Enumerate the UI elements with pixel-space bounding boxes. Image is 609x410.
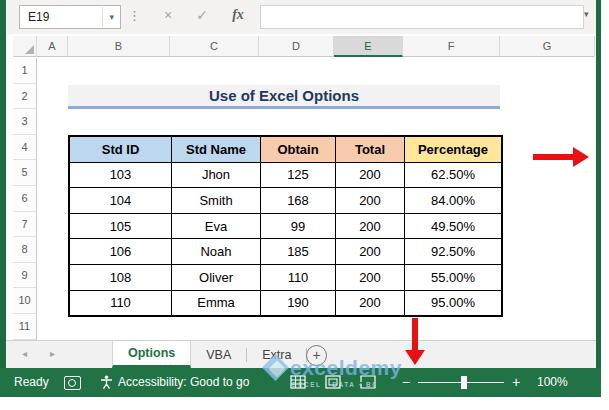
row-header-4[interactable]: 4 <box>13 135 37 161</box>
row-header-10[interactable]: 10 <box>13 288 37 314</box>
zoom-slider-handle[interactable] <box>461 376 467 389</box>
table-cell[interactable]: 106 <box>70 239 171 264</box>
table-cell[interactable]: 185 <box>261 239 335 264</box>
sheet-tabs: Options VBA Extra <box>112 341 307 368</box>
status-bar: Ready Accessibility: Good to go − + 100% <box>0 368 601 397</box>
formula-bar-options-icon[interactable]: ⋮ <box>128 8 141 23</box>
window-edge-right <box>596 0 601 397</box>
page-break-view-icon[interactable] <box>360 375 376 389</box>
name-box[interactable]: E19 ▾ <box>19 5 121 29</box>
normal-view-icon[interactable] <box>290 375 306 389</box>
table-cell[interactable]: 200 <box>336 265 404 290</box>
zoom-level-label[interactable]: 100% <box>537 375 568 389</box>
table-cell[interactable]: 168 <box>261 188 335 213</box>
select-all-button[interactable] <box>13 36 37 57</box>
table-cell[interactable]: 200 <box>336 214 404 239</box>
sheet-tab-options[interactable]: Options <box>112 341 191 368</box>
row-header-8[interactable]: 8 <box>13 237 37 263</box>
enter-icon[interactable]: ✓ <box>192 7 212 23</box>
worksheet-title-cell[interactable]: Use of Excel Options <box>68 85 500 109</box>
cancel-icon[interactable]: × <box>158 7 178 23</box>
table-cell[interactable]: Eva <box>172 214 260 239</box>
table-cell[interactable]: 110 <box>261 265 335 290</box>
next-sheet-icon[interactable]: ▸ <box>50 348 55 359</box>
table-cell[interactable]: 125 <box>261 163 335 188</box>
table-cell[interactable]: 95.00% <box>405 291 501 316</box>
table-cell[interactable]: 49.50% <box>405 214 501 239</box>
table-cell[interactable]: 92.50% <box>405 239 501 264</box>
row-header-7[interactable]: 7 <box>13 212 37 238</box>
table-cell[interactable]: 110 <box>70 291 171 316</box>
column-header-f[interactable]: F <box>403 36 500 57</box>
column-header-g[interactable]: G <box>500 36 595 57</box>
formula-bar-input[interactable] <box>260 5 584 29</box>
page-layout-view-icon[interactable] <box>325 375 341 389</box>
row-header-9[interactable]: 9 <box>13 263 37 289</box>
macro-record-icon[interactable] <box>64 376 81 390</box>
table-cell[interactable]: 104 <box>70 188 171 213</box>
name-box-value: E19 <box>20 10 102 24</box>
sheet-tab-extra[interactable]: Extra <box>247 341 306 368</box>
window-edge-left <box>0 0 6 397</box>
formula-bar-row: E19 ▾ ⋮ × ✓ fx ▾ <box>6 0 596 34</box>
table-cell[interactable]: 62.50% <box>405 163 501 188</box>
table-cell[interactable]: 103 <box>70 163 171 188</box>
accessibility-person-icon <box>100 375 113 389</box>
table-cell[interactable]: 108 <box>70 265 171 290</box>
zoom-out-button[interactable]: − <box>402 374 410 390</box>
insert-function-icon[interactable]: fx <box>228 7 248 23</box>
table-cell[interactable]: 55.00% <box>405 265 501 290</box>
table-cell[interactable]: 190 <box>261 291 335 316</box>
column-header-b[interactable]: B <box>68 36 170 57</box>
table-header-cell[interactable]: Total <box>336 137 404 162</box>
red-arrow-right-icon <box>533 154 574 160</box>
row-header-3[interactable]: 3 <box>13 109 37 135</box>
red-arrow-down-icon <box>412 318 418 351</box>
column-header-a[interactable]: A <box>37 36 68 57</box>
red-arrow-right-head-icon <box>573 147 589 167</box>
table-cell[interactable]: Emma <box>172 291 260 316</box>
table-cell[interactable]: 200 <box>336 291 404 316</box>
table-cell[interactable]: Jhon <box>172 163 260 188</box>
select-all-triangle-icon <box>25 45 34 54</box>
student-table: Std ID Std Name Obtain Total Percentage … <box>68 135 503 317</box>
table-cell[interactable]: Smith <box>172 188 260 213</box>
table-cell[interactable]: Oliver <box>172 265 260 290</box>
row-header-6[interactable]: 6 <box>13 186 37 212</box>
row-header-2[interactable]: 2 <box>13 84 37 110</box>
excel-window: E19 ▾ ⋮ × ✓ fx ▾ A B C D E F G 1 2 3 4 5… <box>0 0 609 410</box>
formula-bar-expand-icon[interactable]: ▾ <box>584 9 589 19</box>
column-header-c[interactable]: C <box>170 36 259 57</box>
table-cell[interactable]: 200 <box>336 239 404 264</box>
row-header-11[interactable]: 11 <box>13 314 37 340</box>
table-cell[interactable]: 99 <box>261 214 335 239</box>
sheet-tab-vba[interactable]: VBA <box>191 341 246 368</box>
status-mode-label: Ready <box>14 375 49 389</box>
table-header-cell[interactable]: Percentage <box>405 137 501 162</box>
row-header-1[interactable]: 1 <box>13 58 37 84</box>
accessibility-status-label: Accessibility: Good to go <box>118 375 249 389</box>
table-header-cell[interactable]: Std Name <box>172 137 260 162</box>
row-header-5[interactable]: 5 <box>13 160 37 186</box>
red-arrow-down-head-icon <box>405 350 425 365</box>
table-cell[interactable]: 105 <box>70 214 171 239</box>
table-cell[interactable]: 200 <box>336 163 404 188</box>
table-cell[interactable]: 200 <box>336 188 404 213</box>
name-box-dropdown-icon[interactable]: ▾ <box>102 7 120 27</box>
zoom-in-button[interactable]: + <box>512 374 520 390</box>
table-cell[interactable]: 84.00% <box>405 188 501 213</box>
table-header-cell[interactable]: Std ID <box>70 137 171 162</box>
table-cell[interactable]: Noah <box>172 239 260 264</box>
column-header-d[interactable]: D <box>259 36 334 57</box>
table-header-cell[interactable]: Obtain <box>261 137 335 162</box>
accessibility-status[interactable]: Accessibility: Good to go <box>100 375 249 389</box>
column-header-e-selected[interactable]: E <box>334 36 403 57</box>
sheet-tab-bar: ◂ ▸ Options VBA Extra + <box>6 340 596 368</box>
prev-sheet-icon[interactable]: ◂ <box>22 348 27 359</box>
new-sheet-button[interactable]: + <box>306 345 327 366</box>
